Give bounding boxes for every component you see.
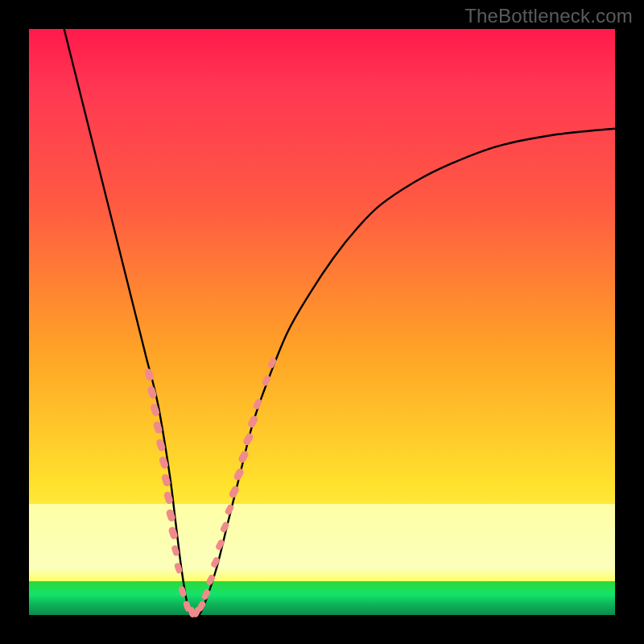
curve-marker [246,415,258,429]
curve-marker [233,467,245,481]
curve-marker [237,450,250,464]
chart-svg [29,29,615,615]
watermark-text: TheBottleneck.com [464,5,633,27]
chart-frame: TheBottleneck.com [0,0,644,644]
curve-markers [144,357,278,618]
curve-marker [242,432,254,447]
curve-marker [228,485,240,499]
plot-area [29,29,615,615]
bottleneck-curve [64,29,615,617]
